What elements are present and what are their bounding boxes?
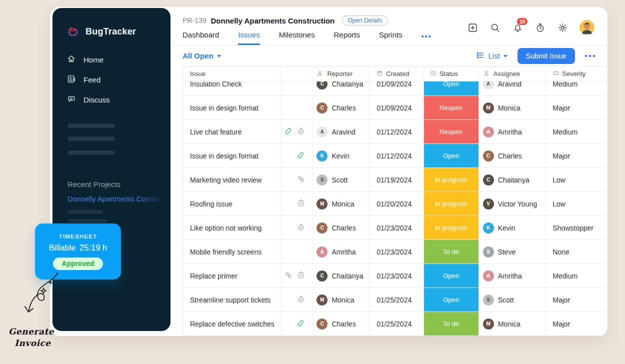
clipped-row-top: Insulation CheckCChaitanya01/09/2024Open… — [183, 82, 608, 96]
filter-dropdown[interactable]: All Open — [182, 52, 221, 60]
status-badge[interactable]: Open — [424, 264, 478, 288]
open-details-button[interactable]: Open Details — [342, 16, 388, 26]
table-row[interactable]: Mobile friendly screensAAmritha01/23/202… — [183, 240, 608, 264]
status-badge[interactable]: In progress — [424, 192, 478, 216]
reporter-cell: AAmritha — [312, 240, 368, 264]
table-row[interactable]: Marketing video reviewSScott01/19/2024In… — [183, 168, 608, 192]
column-header-flags[interactable] — [280, 66, 313, 81]
bug-logo-icon — [66, 24, 80, 40]
settings-gear-icon[interactable] — [557, 22, 568, 33]
column-header-issue[interactable]: Issue — [183, 66, 280, 81]
status-cell[interactable]: Open — [424, 82, 479, 96]
tabs-overflow-button[interactable]: ••• — [422, 32, 432, 45]
table-row[interactable]: Like option not workingCCharles01/23/202… — [183, 216, 608, 240]
home-icon — [66, 54, 76, 65]
timer-icon[interactable] — [534, 22, 546, 33]
user-avatar[interactable] — [580, 20, 594, 35]
assignee-cell: VVictor Young — [479, 192, 546, 216]
status-cell[interactable]: In progress — [424, 168, 479, 192]
severity-cell: Major — [546, 144, 608, 168]
issue-flags-cell — [280, 312, 313, 336]
annotation-line: Invoice — [14, 338, 54, 349]
column-header-status[interactable]: Status — [424, 66, 479, 81]
issue-title-cell[interactable]: Replace defective switches — [183, 312, 280, 336]
column-header-label: Status — [440, 70, 458, 78]
issue-title-cell[interactable]: Roofing issue — [183, 192, 280, 216]
chevron-down-icon — [217, 55, 221, 58]
tab-reports[interactable]: Reports — [334, 30, 360, 45]
status-badge[interactable]: Reopen — [424, 96, 478, 120]
status-badge[interactable]: In progress — [424, 168, 478, 192]
sidebar-item-feed[interactable]: Feed — [52, 70, 170, 90]
avatar: M — [316, 198, 328, 210]
issue-title-cell[interactable]: Live chat feature — [183, 120, 280, 144]
avatar: K — [483, 222, 494, 234]
table-row[interactable]: Replace defective switchesCCharles01/25/… — [183, 312, 608, 336]
issue-title-cell[interactable]: Mobile friendly screens — [183, 240, 280, 264]
issue-title-cell[interactable]: Replace primer — [183, 264, 280, 288]
tab-issues[interactable]: Issues — [238, 30, 260, 45]
status-badge[interactable]: Reopen — [424, 120, 478, 144]
table-row[interactable]: Insulation CheckCChaitanya01/09/2024Open… — [183, 82, 608, 96]
app-window: BugTracker Home Feed — [50, 7, 608, 336]
issue-title-cell[interactable]: Like option not working — [183, 216, 280, 240]
table-row[interactable]: Issue in design formatKKevin01/12/2024Op… — [183, 144, 608, 168]
status-badge[interactable]: Open — [424, 288, 478, 312]
reporter-name: Charles — [332, 224, 356, 232]
status-badge[interactable]: To do — [424, 240, 478, 264]
issues-toolbar: All Open List Submit Issue ••• — [170, 46, 608, 66]
sidebar-item-home[interactable]: Home — [52, 50, 170, 70]
status-cell[interactable]: Open — [424, 144, 479, 168]
add-button[interactable] — [467, 22, 478, 33]
column-header-severity[interactable]: Severity — [546, 66, 608, 81]
status-cell[interactable]: Open — [424, 264, 479, 288]
status-badge[interactable]: Open — [424, 144, 478, 168]
table-row[interactable]: Live chat featureAAravind01/12/2024Reope… — [183, 120, 608, 144]
issue-title-cell[interactable]: Insulation Check — [183, 82, 280, 96]
sidebar-item-discuss[interactable]: Discuss — [52, 90, 170, 110]
tab-sprints[interactable]: Sprints — [379, 30, 402, 45]
annotation-line: Generate — [8, 326, 54, 338]
column-header-assignee[interactable]: Assignee — [479, 66, 546, 81]
issue-title-cell[interactable]: Marketing video review — [183, 168, 280, 192]
status-cell[interactable]: To do — [424, 312, 479, 336]
toolbar-more-button[interactable]: ••• — [585, 52, 596, 60]
reporter-cell: SScott — [312, 168, 368, 192]
filter-label: All Open — [182, 52, 214, 60]
status-badge[interactable]: To do — [424, 312, 478, 336]
notifications-bell-icon[interactable]: 10 — [512, 22, 523, 33]
project-code: PR-139 — [182, 16, 206, 24]
status-badge[interactable]: Open — [424, 82, 478, 96]
status-cell[interactable]: Reopen — [424, 96, 479, 120]
severity-cell: Major — [546, 288, 608, 312]
issue-title-cell[interactable]: Streamline support tickets — [183, 288, 280, 312]
avatar: S — [316, 174, 328, 186]
tab-dashboard[interactable]: Dashboard — [182, 30, 219, 45]
status-badge[interactable]: In progress — [424, 216, 478, 240]
page-title: Donnelly Apartments Construction — [210, 16, 334, 25]
table-row[interactable]: Streamline support ticketsMMonica01/25/2… — [183, 288, 608, 312]
issue-title-cell[interactable]: Issue in design format — [183, 144, 280, 168]
reporter-cell: KKevin — [312, 144, 368, 168]
avatar: C — [483, 174, 494, 186]
status-cell[interactable]: To do — [424, 240, 479, 264]
billable-label: Billable — [49, 243, 76, 252]
avatar: M — [483, 318, 494, 330]
table-row[interactable]: Issue in design formatCCharles01/09/2024… — [183, 96, 608, 120]
column-header-reporter[interactable]: Reporter — [312, 66, 368, 81]
column-header-label: Created — [386, 70, 409, 78]
status-cell[interactable]: Reopen — [424, 120, 479, 144]
status-cell[interactable]: In progress — [424, 192, 479, 216]
search-icon[interactable] — [490, 22, 500, 33]
tab-milestones[interactable]: Milestones — [279, 30, 315, 45]
submit-issue-button[interactable]: Submit Issue — [518, 48, 575, 64]
table-row[interactable]: Roofing issueMMonica01/20/2024In progres… — [183, 192, 608, 216]
column-header-created[interactable]: Created — [368, 66, 424, 81]
issue-title-cell[interactable]: Issue in design format — [183, 96, 280, 120]
status-cell[interactable]: In progress — [424, 216, 479, 240]
reporter-name: Chaitanya — [332, 272, 363, 280]
view-switcher[interactable]: List — [476, 51, 507, 61]
status-cell[interactable]: Open — [424, 288, 479, 312]
table-row[interactable]: Replace primerCChaitanya01/23/2024OpenAA… — [183, 264, 608, 288]
recent-project-link[interactable]: Donnelly Apartments Construction — [68, 195, 164, 203]
